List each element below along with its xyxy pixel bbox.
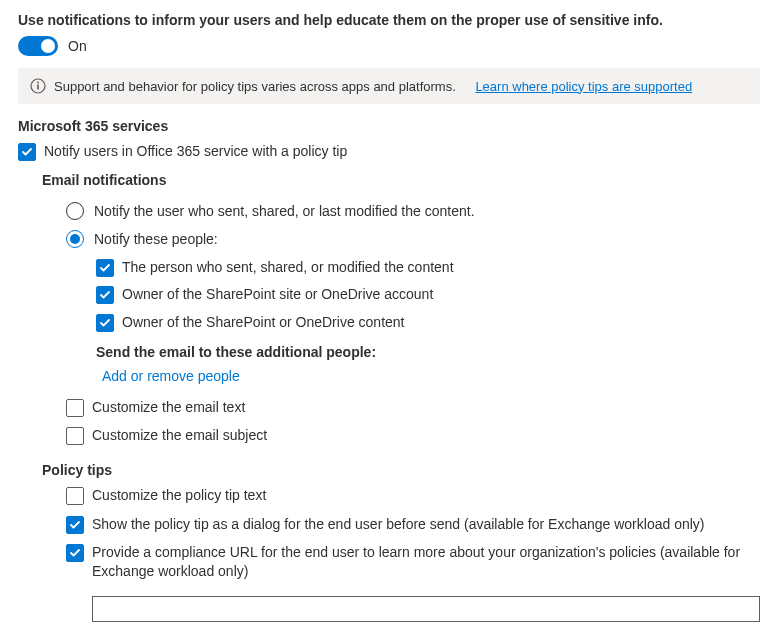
cb-custom-email-text-label: Customize the email text (92, 398, 245, 418)
radio-notify-user[interactable] (66, 202, 84, 220)
email-notifications-heading: Email notifications (42, 172, 760, 188)
cb-owner-site-label: Owner of the SharePoint site or OneDrive… (122, 285, 433, 305)
cb-custom-tip-text-label: Customize the policy tip text (92, 486, 266, 506)
cb-custom-tip-text[interactable] (66, 487, 84, 505)
radio-notify-people[interactable] (66, 230, 84, 248)
page-heading: Use notifications to inform your users a… (18, 12, 760, 28)
info-banner-text: Support and behavior for policy tips var… (54, 79, 456, 94)
toggle-knob (41, 39, 55, 53)
info-banner-link[interactable]: Learn where policy tips are supported (475, 79, 692, 94)
cb-custom-email-text-row: Customize the email text (66, 398, 760, 418)
checkmark-icon (21, 146, 33, 158)
cb-owner-content-row: Owner of the SharePoint or OneDrive cont… (96, 313, 760, 333)
cb-person-sent[interactable] (96, 259, 114, 277)
toggle-state-label: On (68, 38, 87, 54)
checkmark-icon (99, 289, 111, 301)
cb-owner-content[interactable] (96, 314, 114, 332)
cb-dialog-row: Show the policy tip as a dialog for the … (66, 515, 760, 535)
notify-office365-row: Notify users in Office 365 service with … (18, 142, 760, 162)
cb-custom-email-subject-row: Customize the email subject (66, 426, 760, 446)
info-icon (30, 78, 46, 94)
cb-dialog[interactable] (66, 516, 84, 534)
cb-person-sent-row: The person who sent, shared, or modified… (96, 258, 760, 278)
cb-custom-tip-text-row: Customize the policy tip text (66, 486, 760, 506)
info-banner: Support and behavior for policy tips var… (18, 68, 760, 104)
cb-compliance-url-label: Provide a compliance URL for the end use… (92, 543, 760, 582)
radio-dot (70, 234, 80, 244)
radio-notify-people-label: Notify these people: (94, 231, 218, 247)
compliance-url-input[interactable] (92, 596, 760, 622)
radio-notify-user-label: Notify the user who sent, shared, or las… (94, 203, 475, 219)
checkmark-icon (99, 262, 111, 274)
additional-people-heading: Send the email to these additional peopl… (96, 344, 760, 360)
cb-owner-site[interactable] (96, 286, 114, 304)
radio-notify-people-row: Notify these people: (66, 230, 760, 248)
add-remove-people-link[interactable]: Add or remove people (102, 368, 240, 384)
notify-office365-label: Notify users in Office 365 service with … (44, 142, 347, 162)
checkmark-icon (69, 547, 81, 559)
policy-tips-heading: Policy tips (42, 462, 760, 478)
cb-custom-email-subject-label: Customize the email subject (92, 426, 267, 446)
svg-point-1 (37, 82, 39, 84)
cb-custom-email-subject[interactable] (66, 427, 84, 445)
notifications-toggle-row: On (18, 36, 760, 56)
radio-notify-user-row: Notify the user who sent, shared, or las… (66, 202, 760, 220)
notify-office365-checkbox[interactable] (18, 143, 36, 161)
checkmark-icon (99, 317, 111, 329)
cb-dialog-label: Show the policy tip as a dialog for the … (92, 515, 704, 535)
notifications-toggle[interactable] (18, 36, 58, 56)
cb-owner-content-label: Owner of the SharePoint or OneDrive cont… (122, 313, 404, 333)
cb-compliance-url-row: Provide a compliance URL for the end use… (66, 543, 760, 582)
checkmark-icon (69, 519, 81, 531)
cb-person-sent-label: The person who sent, shared, or modified… (122, 258, 454, 278)
cb-compliance-url[interactable] (66, 544, 84, 562)
cb-owner-site-row: Owner of the SharePoint site or OneDrive… (96, 285, 760, 305)
svg-rect-2 (37, 85, 39, 90)
cb-custom-email-text[interactable] (66, 399, 84, 417)
services-heading: Microsoft 365 services (18, 118, 760, 134)
